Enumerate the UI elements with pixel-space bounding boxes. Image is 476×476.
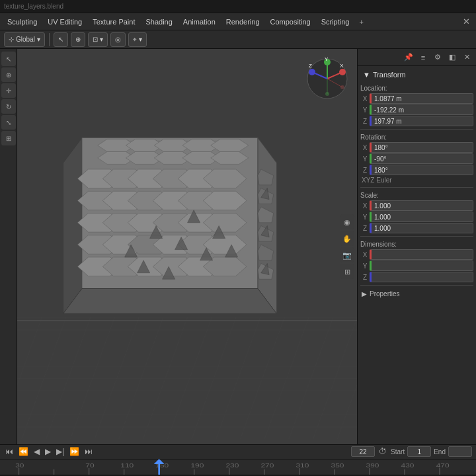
panel-menu-icon[interactable]: ≡ bbox=[416, 51, 430, 64]
select-tool[interactable]: ↖ bbox=[1, 52, 16, 66]
menu-sculpting[interactable]: Sculpting bbox=[3, 17, 42, 27]
transform-label: Transform bbox=[373, 71, 406, 79]
panel-close-icon[interactable]: ✕ bbox=[460, 51, 473, 64]
pivot-icon: ⊡ bbox=[93, 36, 98, 43]
menu-shading[interactable]: Shading bbox=[141, 17, 177, 27]
properties-panel: 📌 ≡ ⚙ ◧ ✕ ▼ Transform Location: X 1.0877… bbox=[357, 49, 476, 444]
view-mode-button[interactable]: ⊹ Global ▾ bbox=[4, 32, 45, 47]
add-workspace-button[interactable]: + bbox=[355, 17, 367, 27]
dim-y-value[interactable] bbox=[370, 260, 473, 271]
toolbar-separator-1 bbox=[49, 33, 50, 46]
location-label: Location: bbox=[360, 83, 473, 93]
snap-icon: ⊕ bbox=[75, 36, 81, 43]
toolbar: ⊹ Global ▾ ↖ ⊕ ⊡ ▾ ◎ ⌖ ▾ bbox=[0, 30, 476, 49]
jump-start-button[interactable]: ⏮ bbox=[4, 447, 15, 456]
menu-scripting[interactable]: Scripting bbox=[317, 17, 354, 27]
svg-point-75 bbox=[309, 69, 315, 75]
camera-icon[interactable]: 📷 bbox=[340, 248, 354, 262]
jump-end-button[interactable]: ⏭ bbox=[83, 447, 94, 456]
svg-text:Z: Z bbox=[309, 63, 312, 69]
properties-collapsible[interactable]: ▶ Properties bbox=[360, 288, 473, 299]
pivot-button[interactable]: ⊡ ▾ bbox=[88, 32, 108, 47]
transform-tool[interactable]: ⊞ bbox=[1, 131, 16, 145]
dropdown-icon: ▾ bbox=[37, 36, 40, 43]
menu-uv-editing[interactable]: UV Editing bbox=[43, 17, 87, 27]
dim-z-label: Z bbox=[360, 274, 370, 281]
dim-x-row: X bbox=[360, 249, 473, 260]
properties-collapse-icon: ▶ bbox=[362, 290, 367, 298]
menu-texture-paint[interactable]: Texture Paint bbox=[88, 17, 139, 27]
dim-x-label: X bbox=[360, 251, 370, 258]
dim-z-row: Z bbox=[360, 272, 473, 282]
step-back-button[interactable]: ⏪ bbox=[17, 447, 30, 456]
frame-forward-button[interactable]: ▶| bbox=[55, 447, 65, 456]
current-frame-input[interactable]: 22 bbox=[351, 446, 375, 457]
rotate-tool[interactable]: ↻ bbox=[1, 99, 16, 114]
scale-x-row: X 1.000 bbox=[360, 200, 473, 211]
menu-compositing[interactable]: Compositing bbox=[266, 17, 315, 27]
step-forward-button[interactable]: ⏩ bbox=[68, 447, 81, 456]
svg-marker-2 bbox=[63, 138, 83, 314]
svg-text:470: 470 bbox=[436, 462, 450, 469]
pin-icon[interactable]: 📌 bbox=[402, 51, 415, 64]
timeline-controls: ⏮ ⏪ ◀ ▶ ▶| ⏩ ⏭ 22 ⏱ Start 1 End bbox=[0, 445, 476, 459]
dim-y-row: Y bbox=[360, 260, 473, 271]
play-button[interactable]: ▶ bbox=[44, 447, 52, 456]
panel-view-icon[interactable]: ◧ bbox=[446, 51, 459, 64]
scale-x-label: X bbox=[360, 202, 370, 210]
xyz-euler-label: XYZ Euler bbox=[360, 176, 473, 184]
divider-1 bbox=[360, 129, 473, 130]
cursor-tool[interactable]: ⊕ bbox=[1, 67, 16, 82]
dim-z-value[interactable] bbox=[370, 272, 473, 282]
svg-text:350: 350 bbox=[331, 462, 344, 469]
frame-back-button[interactable]: ◀ bbox=[32, 447, 41, 456]
end-label: End bbox=[434, 448, 446, 456]
dim-x-value[interactable] bbox=[370, 249, 473, 260]
scale-z-label: Z bbox=[360, 225, 370, 232]
svg-text:190: 190 bbox=[190, 462, 204, 469]
start-label: Start bbox=[391, 448, 405, 456]
title-bar: texture_layers.blend bbox=[0, 0, 476, 13]
collapse-icon: ▼ bbox=[363, 71, 370, 79]
end-frame-input[interactable] bbox=[448, 446, 472, 457]
move-tool[interactable]: ✛ bbox=[1, 83, 16, 98]
rotation-x-value[interactable]: 180° bbox=[370, 142, 473, 153]
close-button[interactable]: ✕ bbox=[459, 15, 473, 28]
proportional-button[interactable]: ◎ bbox=[110, 32, 126, 47]
snap-button[interactable]: ⊕ bbox=[71, 32, 85, 47]
viewport-gizmo[interactable]: X Y Z bbox=[304, 56, 350, 102]
panel-settings-icon[interactable]: ⚙ bbox=[431, 51, 444, 64]
svg-marker-5 bbox=[63, 289, 277, 314]
top-menu-bar: Sculpting UV Editing Texture Paint Shadi… bbox=[0, 13, 476, 30]
timeline-ruler[interactable]: 30 70 110 150 190 230 270 310 350 390 43… bbox=[0, 459, 476, 475]
snap-settings-button[interactable]: ⌖ ▾ bbox=[128, 32, 147, 47]
location-z-label: Z bbox=[360, 118, 370, 125]
rotation-y-value[interactable]: -90° bbox=[370, 153, 473, 164]
menu-animation[interactable]: Animation bbox=[178, 17, 220, 27]
scale-tool[interactable]: ⤡ bbox=[1, 115, 16, 130]
scale-y-value[interactable]: 1.000 bbox=[370, 212, 473, 222]
scale-z-row: Z 1.000 bbox=[360, 223, 473, 233]
start-frame-input[interactable]: 1 bbox=[407, 446, 431, 457]
camera-controls-icon[interactable]: ◉ bbox=[340, 215, 354, 229]
viewport-3d[interactable]: X Y Z ◉ ✋ 📷 ⊞ bbox=[17, 49, 357, 444]
scale-z-value[interactable]: 1.000 bbox=[370, 223, 473, 233]
rotation-z-value[interactable]: 180° bbox=[370, 165, 473, 175]
location-x-value[interactable]: 1.0877 m bbox=[370, 93, 473, 104]
transform-button[interactable]: ↖ bbox=[54, 32, 68, 47]
svg-text:30: 30 bbox=[15, 462, 24, 469]
scale-y-label: Y bbox=[360, 214, 370, 221]
divider-4 bbox=[360, 285, 473, 286]
dim-y-label: Y bbox=[360, 262, 370, 270]
rotation-label: Rotation: bbox=[360, 132, 473, 142]
menu-rendering[interactable]: Rendering bbox=[221, 17, 264, 27]
global-label: Global bbox=[16, 36, 35, 43]
scale-x-value[interactable]: 1.000 bbox=[370, 200, 473, 211]
grid-icon[interactable]: ⊞ bbox=[340, 264, 354, 279]
timer-icon: ⏱ bbox=[377, 447, 388, 456]
location-y-value[interactable]: -192.22 m bbox=[370, 104, 473, 115]
location-z-value[interactable]: 197.97 m bbox=[370, 116, 473, 126]
hand-tool-icon[interactable]: ✋ bbox=[340, 231, 354, 246]
svg-text:70: 70 bbox=[85, 462, 94, 469]
location-x-label: X bbox=[360, 95, 370, 102]
